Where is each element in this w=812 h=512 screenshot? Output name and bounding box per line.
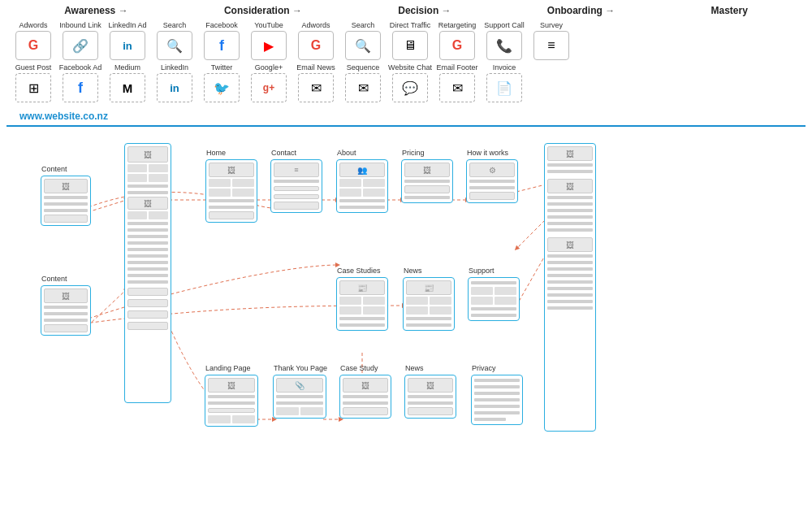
channel-row-2: Guest Post ⊞ Facebook Ad f Medium M Link… xyxy=(8,63,804,102)
card-landing-page: Landing Page 🖼 xyxy=(205,375,258,427)
stage-awareness: Awareness → xyxy=(64,5,128,16)
channel-google-plus: Google+ g+ xyxy=(247,63,291,102)
channel-adwords-1: Adwords G xyxy=(11,21,55,60)
channel-facebook-ad: Facebook Ad f xyxy=(58,63,102,102)
channel-retargeting: Retargeting G xyxy=(435,21,479,60)
channel-adwords-2: Adwords G xyxy=(294,21,338,60)
channel-email-news: Email News ✉ xyxy=(294,63,338,102)
card-privacy: Privacy xyxy=(471,375,523,425)
card-pricing: Pricing 🖼 xyxy=(401,159,453,203)
card-news-2: News 🖼 xyxy=(404,375,456,419)
channel-sequence: Sequence ✉ xyxy=(341,63,385,102)
card-thank-you-page: Thank You Page 📎 xyxy=(273,375,326,419)
channel-facebook-1: Facebook f xyxy=(200,21,244,60)
channel-inbound-link: Inbound Link 🔗 xyxy=(58,21,102,60)
website-url: www.website.co.nz xyxy=(6,107,806,127)
card-about: About 👥 xyxy=(336,159,388,213)
channel-support-call: Support Call 📞 xyxy=(482,21,526,60)
card-home: Home 🖼 xyxy=(205,159,257,223)
channel-invoice: Invoice 📄 xyxy=(482,63,526,102)
channel-medium: Medium M xyxy=(106,63,149,102)
sitemap-area: Content 🖼 Content 🖼 Pillar Content 🖼 🖼 xyxy=(6,127,806,476)
channel-website-chat: Website Chat 💬 xyxy=(388,63,432,102)
channel-linkedin-ad: LinkedIn Ad in xyxy=(106,21,149,60)
card-content-1: Content 🖼 xyxy=(41,176,91,226)
channel-linkedin: LinkedIn in xyxy=(153,63,197,102)
stage-decision: Decision → xyxy=(398,5,451,16)
channel-guest-post: Guest Post ⊞ xyxy=(11,63,55,102)
channel-direct-traffic: Direct Traffic 🖥 xyxy=(388,21,432,60)
card-how-to: How to 🖼 🖼 🖼 xyxy=(544,143,596,432)
stage-consideration: Consideration → xyxy=(224,5,302,16)
channels-row1: Adwords G Inbound Link 🔗 LinkedIn Ad in … xyxy=(0,18,812,107)
svg-line-0 xyxy=(88,200,127,212)
card-how-it-works: How it works ⚙ xyxy=(466,159,518,203)
channel-row-1: Adwords G Inbound Link 🔗 LinkedIn Ad in … xyxy=(8,21,804,60)
channel-email-footer: Email Footer ✉ xyxy=(435,63,479,102)
card-case-studies: Case Studies 📰 xyxy=(336,277,388,331)
channel-youtube: YouTube ▶ xyxy=(247,21,291,60)
stage-onboarding: Onboarding → xyxy=(547,5,615,16)
card-news-1: News 📰 xyxy=(403,277,455,331)
card-support: Support xyxy=(468,277,520,321)
funnel-header: Awareness → Consideration → Decision → O… xyxy=(0,0,812,18)
channel-search-2: Search 🔍 xyxy=(341,21,385,60)
channel-twitter: Twitter 🐦 xyxy=(200,63,244,102)
svg-line-1 xyxy=(88,289,127,326)
channel-survey: Survey ≡ xyxy=(529,21,573,60)
card-case-study: Case Study 🖼 xyxy=(339,375,391,419)
card-content-2: Content 🖼 xyxy=(41,285,91,336)
card-contact: Contact ≡ xyxy=(270,159,322,213)
channel-search-1: Search 🔍 xyxy=(153,21,197,60)
card-pillar-content: Pillar Content 🖼 🖼 xyxy=(124,143,171,403)
stage-mastery: Mastery xyxy=(710,5,747,16)
